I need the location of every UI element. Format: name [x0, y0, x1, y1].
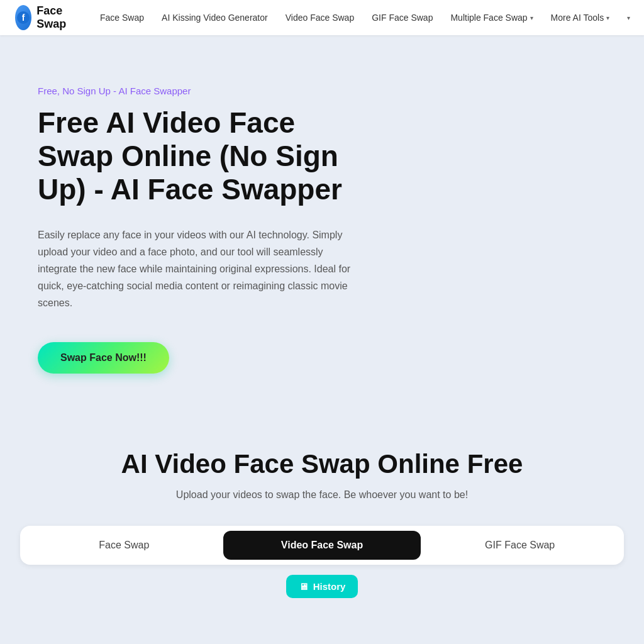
nav-item-gif-face-swap[interactable]: GIF Face Swap [364, 9, 440, 26]
navbar: f Face Swap Face Swap AI Kissing Video G… [0, 0, 644, 35]
mid-title: AI Video Face Swap Online Free [15, 449, 629, 479]
hero-section: Free, No Sign Up - AI Face Swapper Free … [0, 35, 644, 411]
hero-tag: Free, No Sign Up - AI Face Swapper [38, 86, 606, 96]
history-row: 🖥 History [15, 575, 629, 611]
nav-item-video-face-swap[interactable]: Video Face Swap [278, 9, 362, 26]
brand-name: Face Swap [36, 4, 75, 31]
tabs-row: Face Swap Video Face Swap GIF Face Swap [20, 526, 624, 565]
tab-face-swap[interactable]: Face Swap [25, 531, 223, 560]
nav-item-more-ai-tools[interactable]: More AI Tools ▾ [543, 9, 618, 26]
history-label: History [313, 581, 346, 592]
nav-links: Face Swap AI Kissing Video Generator Vid… [92, 9, 638, 26]
nav-item-face-swap[interactable]: Face Swap [92, 9, 152, 26]
nav-item-extra[interactable]: ▾ [619, 11, 638, 25]
nav-item-ai-kissing[interactable]: AI Kissing Video Generator [154, 9, 275, 26]
chevron-icon-more: ▾ [606, 14, 609, 21]
tab-gif-face-swap[interactable]: GIF Face Swap [421, 531, 619, 560]
logo-icon: f [15, 5, 31, 30]
chevron-icon-extra: ▾ [627, 14, 630, 21]
logo-link[interactable]: f Face Swap [15, 4, 75, 31]
mid-section: AI Video Face Swap Online Free Upload yo… [0, 411, 644, 631]
history-icon: 🖥 [299, 581, 308, 592]
nav-item-multiple-face-swap[interactable]: Multiple Face Swap ▾ [443, 9, 540, 26]
hero-description: Easily replace any face in your videos w… [38, 226, 352, 312]
mid-subtitle: Upload your videos to swap the face. Be … [15, 489, 629, 501]
history-button[interactable]: 🖥 History [286, 575, 358, 598]
tab-video-face-swap[interactable]: Video Face Swap [223, 531, 421, 560]
hero-title: Free AI Video Face Swap Online (No Sign … [38, 106, 365, 206]
chevron-icon: ▾ [530, 14, 533, 21]
cta-button[interactable]: Swap Face Now!!! [38, 342, 169, 374]
svg-text:f: f [22, 13, 25, 23]
